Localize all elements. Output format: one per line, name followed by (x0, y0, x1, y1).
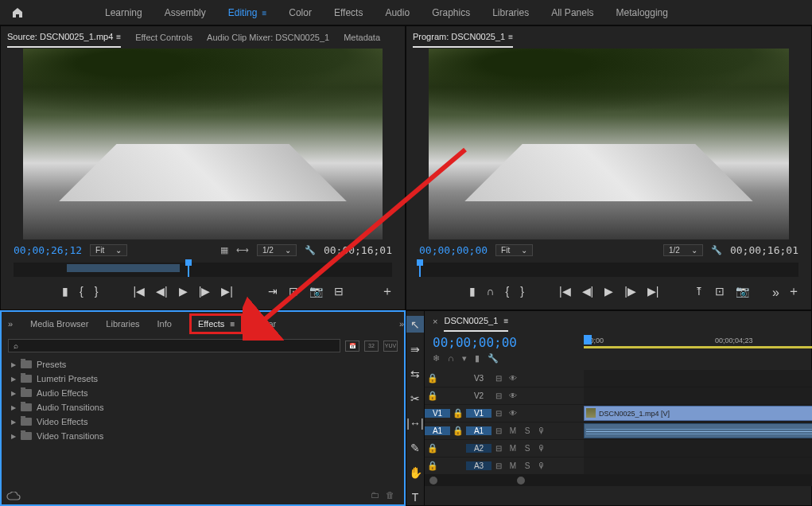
mark-out-icon[interactable]: { (80, 285, 84, 298)
new-bin-icon[interactable]: 🗀 (371, 490, 379, 500)
voice-a1-icon[interactable]: 🎙 (534, 426, 549, 435)
p-go-out-icon[interactable]: ▶| (647, 285, 659, 298)
lock-a2-icon[interactable]: 🔒 (425, 443, 441, 453)
track-a2[interactable]: A2 (466, 444, 491, 453)
video-clip[interactable]: DSCN0025_1.mp4 [V] (584, 406, 812, 421)
zoom-left-handle[interactable] (429, 477, 437, 485)
timeline-timecode[interactable]: 00;00;00;00 (433, 335, 576, 350)
mute-a3[interactable]: M (506, 461, 520, 470)
hand-tool-icon[interactable]: ✋ (406, 464, 424, 481)
program-in-timecode[interactable]: 00;00;00;00 (419, 244, 488, 256)
lock-v2-icon[interactable]: 🔒 (425, 391, 441, 401)
panel-overflow-right-icon[interactable]: » (399, 319, 404, 329)
settings-icon[interactable]: 🔧 (305, 245, 316, 255)
tab-program[interactable]: Program: DSCN0025_1≡ (413, 27, 513, 48)
source-monitor[interactable] (23, 49, 383, 239)
home-icon[interactable] (10, 5, 25, 21)
tab-source[interactable]: Source: DSCN0025_1.mp4≡ (7, 27, 121, 48)
p-mark-in-icon[interactable]: ▮ (469, 285, 476, 298)
panel-overflow-left-icon[interactable]: » (8, 319, 13, 329)
toggle-v3-icon[interactable]: ⊟ (491, 374, 506, 383)
program-settings-icon[interactable]: 🔧 (711, 245, 722, 255)
workspace-menu-icon[interactable]: ≡ (262, 9, 266, 18)
track-a1[interactable]: A1 (466, 426, 491, 435)
program-monitor[interactable] (429, 49, 789, 239)
mute-a1[interactable]: M (506, 426, 520, 435)
source-zoom-select[interactable]: Fit⌄ (90, 244, 127, 256)
lock-v3-icon[interactable]: 🔒 (425, 373, 441, 383)
comparison-icon[interactable]: ⊟ (334, 285, 344, 298)
p-go-in-icon[interactable]: |◀ (559, 285, 571, 298)
track-a3[interactable]: A3 (466, 461, 491, 470)
tab-effects-highlighted[interactable]: Effects ≡ (189, 313, 243, 334)
filter-yuv-icon[interactable]: YUV (383, 341, 398, 352)
program-scrubber[interactable] (419, 263, 798, 277)
timeline-playhead[interactable] (584, 335, 592, 344)
mark-clip-icon[interactable]: } (95, 285, 99, 298)
go-out-icon[interactable]: ▶| (221, 285, 233, 298)
p-lift-icon[interactable]: ⤒ (694, 285, 704, 298)
effects-search-input[interactable]: ⌕ (8, 339, 340, 352)
workspace-graphics[interactable]: Graphics (432, 7, 470, 18)
type-tool-icon[interactable]: T (406, 488, 424, 505)
lock-a1-icon[interactable]: 🔒 (450, 426, 466, 436)
p-overflow-icon[interactable]: » (772, 286, 779, 300)
voice-a2-icon[interactable]: 🎙 (534, 444, 549, 453)
audio-clip[interactable] (584, 423, 812, 438)
workspace-metalogging[interactable]: Metalogging (616, 7, 668, 18)
workspace-editing[interactable]: Editing≡ (228, 7, 267, 18)
toggle-a1-icon[interactable]: ⊟ (491, 426, 506, 435)
overwrite-icon[interactable]: ⊡ (289, 285, 298, 298)
workspace-assembly[interactable]: Assembly (165, 7, 206, 18)
toggle-a3-icon[interactable]: ⊟ (491, 461, 506, 470)
tl-wrench-icon[interactable]: 🔧 (488, 353, 499, 364)
track-v2[interactable]: V2 (466, 391, 491, 400)
linked-sel-icon[interactable]: ∩ (448, 353, 454, 364)
delete-icon[interactable]: 🗑 (386, 490, 394, 500)
lock-v1-icon[interactable]: 🔒 (450, 408, 466, 418)
source-in-timecode[interactable]: 00;00;26;12 (14, 244, 82, 256)
mute-a2[interactable]: M (506, 444, 520, 453)
filter-32bit-icon[interactable]: 32 (364, 341, 379, 352)
selection-tool-icon[interactable]: ↖ (406, 316, 424, 333)
p-mark-clip-icon[interactable]: { (506, 285, 510, 298)
source-v1[interactable]: V1 (425, 409, 450, 418)
tl-settings-icon[interactable]: ▮ (475, 353, 480, 364)
p-step-back-icon[interactable]: ◀| (582, 285, 594, 298)
creative-cloud-icon[interactable] (6, 492, 21, 503)
sequence-tab[interactable]: DSCN0025_1 ≡ (444, 311, 508, 332)
workspace-effects[interactable]: Effects (334, 7, 363, 18)
step-fwd-icon[interactable]: |▶ (199, 285, 211, 298)
source-a1[interactable]: A1 (425, 426, 450, 435)
vis-v1-icon[interactable]: 👁 (506, 409, 520, 418)
solo-a2[interactable]: S (520, 444, 534, 453)
workspace-libraries[interactable]: Libraries (492, 7, 529, 18)
safe-margins-icon[interactable]: ▦ (220, 245, 228, 255)
track-v3[interactable]: V3 (466, 374, 491, 383)
lock-a3-icon[interactable]: 🔒 (425, 461, 441, 471)
button-editor-icon[interactable]: ＋ (381, 283, 394, 300)
vis-v2-icon[interactable]: 👁 (506, 391, 520, 400)
workspace-audio[interactable]: Audio (385, 7, 410, 18)
workspace-learning[interactable]: Learning (105, 7, 142, 18)
tree-lumetri[interactable]: ▶Lumetri Presets (11, 372, 394, 386)
track-select-tool-icon[interactable]: ⇛ (406, 341, 424, 357)
p-step-fwd-icon[interactable]: |▶ (624, 285, 636, 298)
program-zoom-select[interactable]: Fit⌄ (495, 244, 533, 256)
solo-a1[interactable]: S (520, 426, 534, 435)
tree-audio-effects[interactable]: ▶Audio Effects (11, 386, 394, 400)
track-v1[interactable]: V1 (466, 409, 491, 418)
p-play-icon[interactable]: ▶ (604, 285, 613, 298)
ripple-tool-icon[interactable]: ⇆ (406, 365, 424, 382)
tree-audio-transitions[interactable]: ▶Audio Transitions (11, 400, 394, 415)
toggle-v2-icon[interactable]: ⊟ (491, 391, 506, 400)
voice-a3-icon[interactable]: 🎙 (534, 461, 549, 470)
marker-icon[interactable]: ▾ (462, 353, 467, 364)
p-mark-out-icon[interactable]: ∩ (487, 285, 495, 298)
go-in-icon[interactable]: |◀ (133, 285, 145, 298)
timeline-zoom-bar[interactable] (425, 475, 812, 486)
snap-icon[interactable]: ❄ (433, 353, 440, 364)
p-export-frame-icon[interactable]: 📷 (736, 285, 749, 298)
tab-media-browser[interactable]: Media Browser (30, 319, 88, 329)
tab-audio-mixer[interactable]: Audio Clip Mixer: DSCN0025_1 (207, 28, 329, 47)
